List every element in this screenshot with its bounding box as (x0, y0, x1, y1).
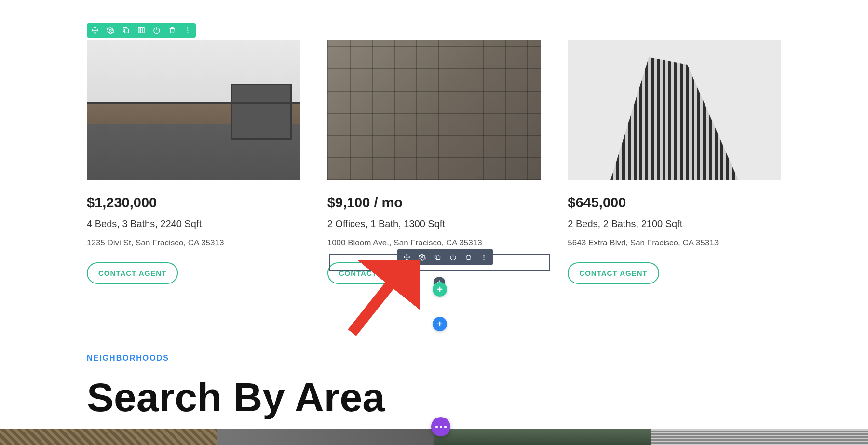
add-section-button[interactable]: + (433, 317, 447, 331)
svg-point-12 (483, 258, 484, 259)
svg-point-5 (187, 27, 188, 28)
svg-point-6 (187, 30, 188, 31)
lower-section: NEIGHBORHOODS Search By Area (87, 354, 781, 418)
gear-icon[interactable] (106, 26, 115, 35)
svg-rect-4 (143, 28, 144, 33)
section-toolbar[interactable] (87, 23, 196, 38)
delete-icon[interactable] (464, 253, 473, 261)
power-icon[interactable] (448, 253, 457, 261)
section-headline: Search By Area (87, 376, 781, 418)
svg-point-10 (483, 255, 484, 256)
listing-specs: 4 Beds, 3 Baths, 2240 Sqft (87, 218, 300, 229)
listing-specs: 2 Beds, 2 Baths, 2100 Sqft (568, 218, 781, 229)
power-icon[interactable] (152, 26, 161, 35)
svg-point-8 (421, 256, 423, 258)
svg-point-0 (109, 29, 111, 31)
gear-icon[interactable] (418, 253, 426, 261)
listing-card: $9,100 / mo 2 Offices, 1 Bath, 1300 Sqft… (327, 40, 541, 284)
svg-point-7 (187, 32, 188, 33)
svg-rect-2 (138, 28, 140, 33)
add-row-button[interactable]: + (433, 282, 447, 297)
duplicate-icon[interactable] (433, 253, 442, 261)
listing-address: 1235 Divi St, San Fracisco, CA 35313 (87, 238, 300, 248)
more-icon[interactable] (183, 26, 192, 35)
listing-price: $9,100 / mo (327, 195, 541, 211)
listing-price: $1,230,000 (87, 195, 300, 211)
listing-card: $1,230,000 4 Beds, 3 Baths, 2240 Sqft 12… (87, 40, 300, 284)
more-icon[interactable] (479, 253, 488, 261)
module-toolbar[interactable] (397, 249, 493, 265)
delete-icon[interactable] (168, 26, 176, 35)
contact-agent-button[interactable]: CONTACT AGENT (87, 262, 178, 284)
listing-image (568, 40, 781, 180)
columns-icon[interactable] (137, 26, 146, 35)
section-kicker: NEIGHBORHOODS (87, 354, 781, 363)
builder-settings-fab[interactable] (431, 417, 450, 436)
listings-row: $1,230,000 4 Beds, 3 Baths, 2240 Sqft 12… (87, 0, 781, 284)
svg-rect-9 (436, 256, 440, 260)
listing-specs: 2 Offices, 1 Bath, 1300 Sqft (327, 218, 541, 229)
svg-rect-3 (141, 28, 142, 33)
listing-card: $645,000 2 Beds, 2 Baths, 2100 Sqft 5643… (568, 40, 781, 284)
duplicate-icon[interactable] (122, 26, 130, 35)
listing-price: $645,000 (568, 195, 781, 211)
listing-address: 1000 Bloom Ave., San Fracisco, CA 35313 (327, 238, 541, 248)
svg-point-11 (483, 256, 484, 257)
move-icon[interactable] (91, 26, 99, 35)
listing-image (87, 40, 300, 180)
listing-address: 5643 Extra Blvd, San Fracisco, CA 35313 (568, 238, 781, 248)
svg-rect-1 (124, 29, 128, 33)
contact-agent-button[interactable]: CONTACT AGENT (568, 262, 659, 284)
contact-agent-button[interactable]: CONTACT AGENT (327, 262, 419, 284)
listing-image (327, 40, 541, 180)
move-icon[interactable] (402, 253, 411, 261)
